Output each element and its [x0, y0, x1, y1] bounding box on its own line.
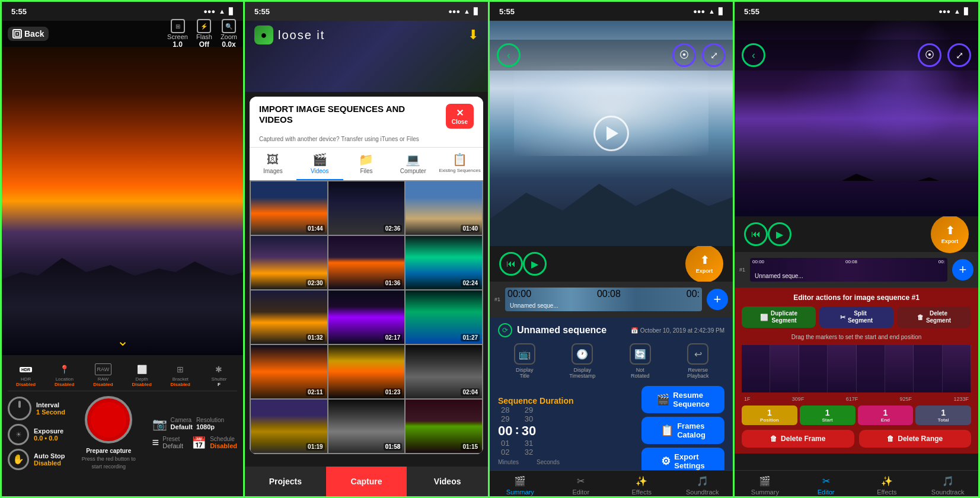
chevron-down-icon[interactable]: ⌄ [117, 333, 129, 349]
video-thumb-2[interactable]: 02:36 [328, 181, 405, 235]
soundtrack-label-3: Soundtrack [686, 489, 719, 496]
video-thumb-7[interactable]: 01:32 [251, 290, 327, 344]
video-duration-10: 02:11 [306, 388, 325, 396]
tab-files[interactable]: 📁 Files [343, 148, 390, 180]
hdr-setting[interactable]: HDR HDR Disabled [8, 363, 44, 387]
timeline-strip-3[interactable]: 00:00 00:08 00: Unnamed seque... [505, 288, 702, 311]
btab-summary-3[interactable]: 🎬 Summary [490, 471, 551, 498]
not-rotated-btn[interactable]: 🔄 NotRotated [614, 343, 667, 379]
delete-range-button[interactable]: 🗑 Delete Range [859, 430, 972, 448]
player-controls-bar: ⏮ ▶ ⬆ Export [490, 246, 733, 282]
nav-bar-4: ‹ ⦿ ⤢ [735, 40, 978, 71]
autostop-icon[interactable]: ✋ [8, 449, 29, 470]
back-circle-btn[interactable]: ‹ [497, 43, 521, 67]
video-duration-6: 02:24 [461, 279, 480, 287]
resume-sequence-button[interactable]: 🎬 ResumeSequence [641, 386, 724, 413]
duplicate-segment-button[interactable]: ⬜ DuplicateSegment [742, 307, 816, 328]
tab-projects[interactable]: Projects [245, 467, 326, 496]
video-thumb-10[interactable]: 02:11 [251, 345, 327, 398]
delete-frame-button[interactable]: 🗑 Delete Frame [742, 430, 854, 448]
time-picker[interactable]: 28 29 00 01 02 : 29 30 30 31 32 [498, 406, 574, 456]
depth-label: Depth [135, 376, 148, 382]
lake-reflection-4 [735, 181, 978, 216]
close-button[interactable]: ✕ Close [446, 104, 474, 129]
video-thumb-11[interactable]: 01:23 [328, 345, 405, 398]
bracket-setting[interactable]: ⊞ Bracket Disabled [162, 363, 199, 387]
drag-marker-text: Drag the markers to set the start and en… [742, 334, 971, 340]
video-thumb-13[interactable]: 01:19 [251, 400, 327, 453]
display-title-btn[interactable]: 📺 DisplayTitle [498, 343, 551, 379]
add-segment-button-4[interactable]: + [952, 259, 973, 280]
video-thumb-9[interactable]: 01:27 [406, 290, 482, 344]
download-icon[interactable]: ⬇ [468, 27, 478, 43]
video-thumb-4[interactable]: 02:30 [251, 236, 327, 289]
timeline-num-label-4: #1 [739, 267, 745, 273]
raw-setting[interactable]: RAW RAW Disabled [85, 363, 121, 387]
seq-action-buttons: 📺 DisplayTitle 🕐 DisplayTimestamp 🔄 NotR… [498, 343, 724, 379]
tab-computer[interactable]: 💻 Computer [390, 148, 436, 180]
frame-marker-4: 925F [900, 396, 912, 402]
tab-capture[interactable]: Capture [326, 467, 407, 496]
meter-icon-btn-4[interactable]: ⦿ [918, 43, 941, 67]
video-thumb-3[interactable]: 01:40 [406, 181, 482, 235]
play-button-sm[interactable]: ▶ [523, 252, 547, 276]
play-button-sm-4[interactable]: ▶ [768, 222, 791, 246]
tab-videos[interactable]: 🎬 Videos [296, 148, 343, 180]
add-segment-button[interactable]: + [707, 289, 728, 310]
back-circle-btn-4[interactable]: ‹ [742, 43, 765, 67]
interval-knob[interactable] [8, 397, 31, 420]
status-time-3: 5:55 [499, 7, 515, 16]
btab-editor-4[interactable]: ✂ Editor [796, 471, 857, 498]
video-thumb-5[interactable]: 01:36 [328, 236, 405, 289]
btab-soundtrack-4[interactable]: 🎵 Soundtrack [917, 471, 978, 498]
split-segment-button[interactable]: ✂ SplitSegment [819, 307, 893, 328]
reverse-playback-btn[interactable]: ↩ ReversePlayback [672, 343, 725, 379]
rewind-button-4[interactable]: ⏮ [744, 222, 768, 246]
location-setting[interactable]: 📍 Location Disabled [46, 363, 82, 387]
video-thumb-12[interactable]: 02:04 [406, 345, 482, 398]
btab-effects-4[interactable]: ✨ Effects [857, 471, 918, 498]
export-button[interactable]: ⬆ Export [685, 245, 723, 283]
export-button-4[interactable]: ⬆ Export [931, 215, 969, 253]
fullscreen-icon-btn-4[interactable]: ⤢ [947, 43, 971, 67]
fullscreen-icon-btn[interactable]: ⤢ [702, 43, 726, 67]
editor-actions-title: Editor actions for image sequence #1 [742, 293, 971, 302]
back-button[interactable]: ⊡ Back [8, 27, 49, 41]
screen-control[interactable]: ⊞ Screen 1.0 [167, 19, 188, 49]
video-player-4[interactable]: ‹ ⦿ ⤢ [735, 21, 978, 216]
depth-setting[interactable]: ⬜ Depth Disabled [124, 363, 160, 387]
frames-catalog-button[interactable]: 📋 FramesCatalog [641, 417, 724, 444]
capture-label: Capture [351, 477, 382, 486]
video-thumb-14[interactable]: 01:58 [328, 400, 405, 453]
video-thumb-8[interactable]: 02:17 [328, 290, 405, 344]
frame-cell-4 [828, 345, 856, 392]
flash-icon: ⚡ [197, 19, 211, 33]
flash-control[interactable]: ⚡ Flash Off [196, 19, 212, 49]
play-button-overlay[interactable] [593, 116, 629, 151]
display-timestamp-icon: 🕐 [572, 343, 593, 365]
screen3-content: 5:55 ●●● ▲ ▊ ‹ ⦿ ⤢ [490, 2, 733, 498]
dup-label: DuplicateSegment [771, 310, 797, 324]
tab-images[interactable]: 🖼 Images [250, 148, 296, 180]
rewind-button[interactable]: ⏮ [499, 252, 523, 276]
tab-videos-bottom[interactable]: Videos [407, 467, 488, 496]
btab-summary-4[interactable]: 🎬 Summary [735, 471, 796, 498]
meter-icon-btn[interactable]: ⦿ [672, 43, 696, 67]
video-thumb-1[interactable]: 01:44 [251, 181, 327, 235]
video-thumb-6[interactable]: 02:24 [406, 236, 482, 289]
btab-editor-3[interactable]: ✂ Editor [551, 471, 612, 498]
btab-effects-3[interactable]: ✨ Effects [611, 471, 672, 498]
import-title: IMPORT IMAGE SEQUENCES AND VIDEOS [259, 104, 413, 125]
delete-segment-button[interactable]: 🗑 DeleteSegment [897, 307, 971, 328]
tab-existing[interactable]: 📋 Existing Sequences [436, 148, 483, 180]
zoom-control[interactable]: 🔍 Zoom 0.0x [221, 19, 237, 49]
editor-timeline-strip[interactable]: 00:00 00:08 00: Unnamed seque... [750, 258, 947, 282]
exposure-knob[interactable]: ☀ [8, 424, 29, 445]
shutter-setting[interactable]: ✱ Shutter F [201, 363, 237, 387]
display-timestamp-btn[interactable]: 🕐 DisplayTimestamp [556, 343, 609, 379]
seq-name: Unnamed sequence [517, 325, 606, 336]
video-thumb-15[interactable]: 01:15 [406, 400, 482, 453]
btab-soundtrack-3[interactable]: 🎵 Soundtrack [672, 471, 733, 498]
record-button[interactable] [85, 396, 132, 443]
video-player[interactable]: ‹ ⦿ ⤢ [490, 21, 733, 246]
